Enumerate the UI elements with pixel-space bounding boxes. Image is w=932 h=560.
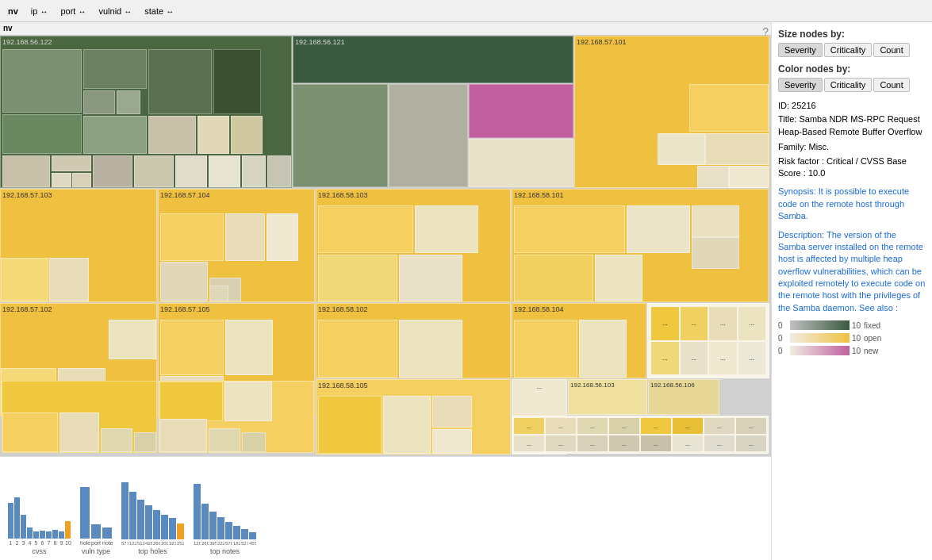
color-count-btn[interactable]: Count [873,78,909,92]
tm-192-168-58-104[interactable]: 192.168.58.104 [512,303,646,378]
top-notes-chart: 12053 26024 39521 22227 57041 18261 5270… [194,476,256,555]
color-nodes-label: Color nodes by: [778,63,926,75]
size-count-btn[interactable]: Count [873,43,909,57]
top-holes-title: top holes [138,547,167,555]
info-description: Description: The version of the Samba se… [778,229,926,315]
tm-192-168-58-105[interactable]: 192.168.58.105 [316,379,511,455]
cvss-chart: 1 2 3 4 5 6 7 8 9 10 cvss [8,475,71,555]
legend-section: 0 10 fixed 0 10 open 0 10 new [778,320,926,355]
legend-fixed-label: fixed [864,321,880,330]
tm-192-168-56-121[interactable]: 192.168.56.121 [293,36,573,83]
tm-192-168-56-106[interactable]: 192.168.56.106 [648,379,719,415]
right-panel: ? Size nodes by: Severity Criticality Co… [771,22,932,560]
tm-192-168-58-101[interactable]: 192.168.58.101 [512,189,769,302]
tm-192-168-56-103[interactable]: 192.168.56.103 [568,379,647,415]
nav-nv[interactable]: nv [8,6,18,16]
color-severity-btn[interactable]: Severity [778,78,823,92]
info-risk: Risk factor : Critical / CVSS Base Score… [778,155,926,180]
size-nodes-section: Size nodes by: Severity Criticality Coun… [778,29,926,57]
info-family: Family: Misc. [778,141,926,153]
nav-port[interactable]: port ↔ [60,6,86,16]
charts-area: 1 2 3 4 5 6 7 8 9 10 cvss [0,456,771,560]
legend-open-label: open [864,334,881,343]
nav-state[interactable]: state ↔ [144,6,174,16]
tm-192-168-57-103[interactable]: 192.168.57.103 [0,189,157,302]
tm-192-168-57-104[interactable]: 192.168.57.104 [158,189,315,302]
color-nodes-section: Color nodes by: Severity Criticality Cou… [778,63,926,92]
legend-fixed: 0 10 fixed [778,320,926,330]
info-synopsis: Synopsis: It is possible to execute code… [778,186,926,222]
tm-192-168-58-102[interactable]: 192.168.58.102 [316,303,511,378]
info-section: ID: 25216 Title: Samba NDR MS-RPC Reques… [778,100,926,314]
legend-open: 0 10 open [778,333,926,343]
nav-vulnid[interactable]: vulnid ↔ [98,6,132,16]
tm-192-168-56-122[interactable]: 192.168.56.122 [0,36,292,188]
top-notes-title: top notes [210,547,240,555]
info-title: Title: Samba NDR MS-RPC Request Heap-Bas… [778,113,926,138]
size-criticality-btn[interactable]: Criticality [824,43,873,57]
legend-new-label: new [864,347,878,355]
cvss-title: cvss [33,547,47,555]
vuln-type-title: vuln type [82,547,110,555]
size-nodes-label: Size nodes by: [778,29,926,40]
color-criticality-btn[interactable]: Criticality [824,78,873,92]
tm-192-168-58-103[interactable]: 192.168.58.103 [316,189,511,302]
vuln-type-chart: hole port note vuln type [80,475,112,555]
nv-section-label: nv [0,22,771,36]
legend-new: 0 10 new [778,346,926,355]
info-id: ID: 25216 [778,100,926,112]
nav-ip[interactable]: ip ↔ [31,6,48,16]
treemap: 192.168.56.122 [0,36,771,456]
top-holes-chart: 57792 12218 51192 42873 26928 20007 3231… [121,476,184,555]
size-severity-btn[interactable]: Severity [778,43,823,57]
tm-192-168-57-101[interactable]: 192.168.57.101 [574,36,769,188]
